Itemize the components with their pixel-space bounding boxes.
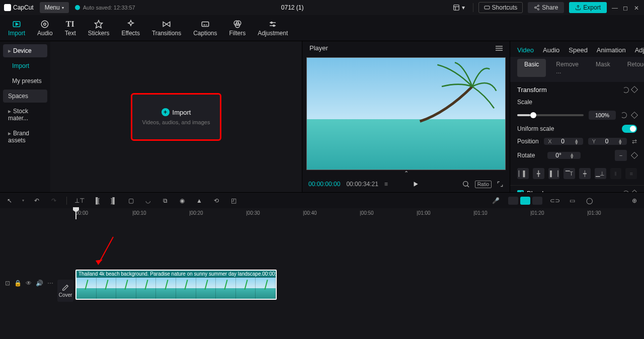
svg-point-12	[42, 21, 49, 28]
sidebar-item-brand[interactable]: ▸Brand assets	[3, 127, 47, 147]
cover-button[interactable]: Cover	[57, 280, 73, 302]
svg-marker-16	[167, 22, 170, 26]
snap-off-button[interactable]	[508, 197, 518, 205]
tab-import[interactable]: Import	[2, 18, 31, 39]
align-right-button[interactable]: ▌▕	[548, 168, 560, 179]
import-dropzone[interactable]: +Import Videos, audios, and images	[131, 93, 221, 141]
zoom-fit-icon[interactable]	[462, 180, 470, 188]
blend-keyframe-icon[interactable]	[631, 189, 638, 192]
blend-checkbox[interactable]	[517, 190, 524, 192]
tab-audio[interactable]: Audio	[31, 18, 59, 39]
undo-button[interactable]: ↶	[32, 196, 41, 205]
play-button[interactable]	[412, 181, 419, 188]
timeline-ruler[interactable]: 00:00 |00:10 |00:20 |00:30 |00:40 |00:50…	[0, 208, 644, 219]
video-clip[interactable]: Thailand 4k beach background. Paradise n…	[75, 270, 277, 300]
ratio-button[interactable]: Ratio	[475, 181, 492, 188]
keyframe-icon[interactable]	[631, 86, 638, 93]
distribute-h-button[interactable]: ⦀	[610, 168, 622, 179]
preview-area[interactable]: ⌃	[302, 55, 510, 177]
position-x-input[interactable]: X0▴▾	[544, 138, 583, 145]
group-button[interactable]: ⧉	[160, 196, 170, 205]
track-mute-icon[interactable]: 🔊	[36, 280, 43, 287]
preview-tl-button[interactable]: ◉	[178, 196, 187, 205]
svg-point-4	[538, 5, 539, 7]
scale-value[interactable]: 100%	[589, 111, 616, 120]
uniform-scale-toggle[interactable]	[622, 125, 637, 133]
align-bottom-button[interactable]: ▁⊥	[595, 168, 606, 179]
share-button[interactable]: Share	[528, 2, 564, 13]
subtab-retouch[interactable]: Retouch	[620, 59, 644, 77]
minimize-icon[interactable]: —	[612, 5, 618, 11]
sidebar-item-presets[interactable]: My presets	[3, 74, 47, 88]
link-icon[interactable]: ⇄	[632, 138, 637, 145]
tab-stickers[interactable]: Stickers	[82, 18, 116, 39]
shortcuts-button[interactable]: Shortcuts	[478, 2, 523, 13]
zoom-in-button[interactable]: ⊕	[630, 196, 639, 205]
rotate-input[interactable]: 0°▴▾	[547, 152, 581, 159]
align-left-button[interactable]: ▏▌	[517, 168, 529, 179]
player-menu-icon[interactable]	[496, 46, 503, 51]
snap-2-button[interactable]	[532, 197, 542, 205]
marker-button[interactable]: ◡	[143, 196, 152, 205]
scale-keyframe-icon[interactable]	[631, 112, 638, 119]
tab-video[interactable]: Video	[517, 46, 534, 54]
scale-reset-icon[interactable]	[621, 112, 627, 118]
scale-slider[interactable]	[517, 114, 584, 116]
rotate-minus-button[interactable]: −	[615, 150, 627, 161]
svg-line-7	[536, 6, 538, 7]
subtab-remove[interactable]: Remove ...	[549, 59, 586, 77]
tab-transitions[interactable]: Transitions	[146, 18, 187, 39]
layout-button[interactable]: ▾	[450, 3, 468, 13]
split-button[interactable]: ⊥⊤	[75, 196, 84, 205]
rotate-keyframe-icon[interactable]	[631, 152, 638, 159]
tab-filters[interactable]: Filters	[223, 18, 252, 39]
svg-line-29	[467, 186, 468, 187]
settings-tl-button[interactable]: ◯	[585, 196, 594, 205]
sidebar-item-spaces[interactable]: Spaces	[3, 90, 47, 103]
track-collapse-icon[interactable]: ⊡	[5, 280, 10, 287]
svg-marker-31	[96, 260, 103, 265]
trim-left-button[interactable]: ▐[	[92, 196, 101, 205]
tab-animation[interactable]: Animation	[597, 46, 626, 54]
tab-effects[interactable]: Effects	[115, 18, 145, 39]
tab-adjust[interactable]: Adjust	[635, 46, 644, 54]
snap-on-button[interactable]	[520, 197, 530, 205]
export-button[interactable]: Export	[569, 2, 607, 13]
align-top-button[interactable]: ▔T	[564, 168, 575, 179]
link-tl-button[interactable]: ⊂⊃	[550, 196, 559, 205]
menu-button[interactable]: Menu▾	[40, 2, 69, 13]
tab-audio-prop[interactable]: Audio	[543, 46, 559, 54]
list-icon[interactable]: ≡	[384, 181, 388, 188]
tab-captions[interactable]: Captions	[187, 18, 223, 39]
sidebar-item-stock[interactable]: ▸Stock mater...	[3, 105, 47, 125]
fullscreen-icon[interactable]	[497, 181, 504, 188]
sidebar-item-device[interactable]: ▸Device	[3, 44, 47, 57]
align-center-h-button[interactable]: ╋	[533, 168, 544, 179]
sidebar-item-import[interactable]: Import	[3, 59, 47, 72]
trim-right-button[interactable]: ]▌	[109, 196, 118, 205]
blend-reset-icon[interactable]	[623, 191, 629, 193]
mirror-button[interactable]: ▲	[195, 196, 204, 205]
crop-button[interactable]: ◰	[229, 196, 238, 205]
rotate-tl-button[interactable]: ⟲	[212, 196, 221, 205]
subtab-mask[interactable]: Mask	[589, 59, 617, 77]
position-y-input[interactable]: Y0▴▾	[588, 138, 627, 145]
tab-adjustment[interactable]: Adjustment	[252, 18, 294, 39]
align-center-v-button[interactable]: ┿	[579, 168, 591, 179]
tab-speed[interactable]: Speed	[569, 46, 588, 54]
tab-text[interactable]: TIText	[59, 18, 82, 39]
reset-icon[interactable]	[623, 87, 629, 93]
maximize-icon[interactable]: ◻	[623, 5, 629, 11]
monitor-button[interactable]: ▭	[568, 196, 577, 205]
title-bar: CapCut Menu▾ Auto saved: 12:33:57 0712 (…	[0, 0, 644, 15]
mic-button[interactable]: 🎤	[491, 196, 500, 205]
track-visible-icon[interactable]: 👁	[26, 280, 32, 287]
track-lock-icon[interactable]: 🔒	[14, 280, 22, 287]
delete-button[interactable]: ▢	[126, 196, 135, 205]
timeline[interactable]: ⊡ 🔒 👁 🔊 ⋯ Cover Thailand 4k beach backgr…	[0, 219, 644, 339]
distribute-v-button[interactable]: ≡	[625, 168, 637, 179]
close-icon[interactable]: ✕	[634, 5, 640, 11]
redo-button[interactable]: ↷	[49, 196, 58, 205]
pointer-tool[interactable]: ↖	[5, 196, 14, 205]
subtab-basic[interactable]: Basic	[517, 59, 546, 77]
